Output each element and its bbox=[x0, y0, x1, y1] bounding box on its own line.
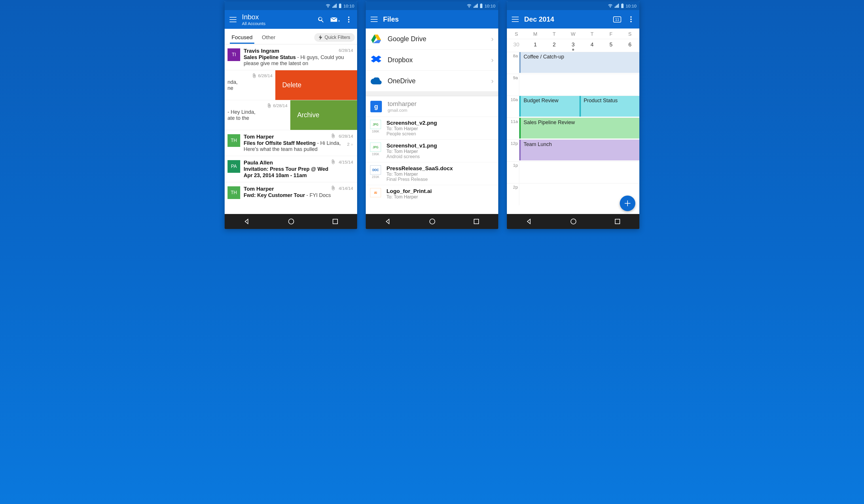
account-row[interactable]: g tomharper gmail.com bbox=[366, 96, 498, 117]
file-to: To: Tom Harper bbox=[386, 172, 494, 177]
hamburger-icon[interactable] bbox=[228, 15, 238, 24]
mail-row[interactable]: TH Tom Harper Files for Offsite Staff Me… bbox=[225, 130, 357, 156]
service-dropbox[interactable]: Dropbox › bbox=[366, 49, 498, 71]
home-icon[interactable] bbox=[288, 218, 295, 225]
phone-mail: 10:10 Inbox All Accounts + Focused Other… bbox=[225, 1, 357, 229]
swipe-delete-label: Delete bbox=[282, 81, 301, 89]
file-name: PressRelease_SaaS.docx bbox=[386, 165, 494, 172]
service-label: Dropbox bbox=[388, 56, 485, 64]
file-item[interactable]: DOC231K PressRelease_SaaS.docxTo: Tom Ha… bbox=[366, 163, 498, 185]
search-icon[interactable] bbox=[316, 15, 326, 24]
compose-icon[interactable]: + bbox=[330, 15, 340, 24]
status-time: 10:10 bbox=[343, 3, 354, 8]
event-coffee[interactable]: Coffee / Catch-up bbox=[519, 52, 639, 73]
battery-icon bbox=[480, 3, 483, 8]
avatar: TH bbox=[228, 134, 240, 147]
svg-rect-0 bbox=[229, 17, 237, 17]
mail-subject-line1: Invitation: Press Tour Prep @ Wed bbox=[244, 166, 328, 172]
calendar-day[interactable]: 5 bbox=[602, 39, 621, 52]
event-pipeline[interactable]: Sales Pipeline Review bbox=[519, 118, 639, 139]
status-time: 10:10 bbox=[484, 3, 495, 8]
recents-icon[interactable] bbox=[473, 218, 480, 225]
mail-row[interactable]: TI Travis Ingram Sales Pipeline Status -… bbox=[225, 44, 357, 70]
quick-filters-button[interactable]: Quick Filters bbox=[314, 33, 355, 42]
svg-point-6 bbox=[348, 21, 350, 23]
calendar-day[interactable]: 3 bbox=[564, 39, 583, 52]
files-title: Files bbox=[383, 15, 495, 23]
calendar-day[interactable]: 1 bbox=[526, 39, 545, 52]
files-list[interactable]: Google Drive › Dropbox › OneDrive › g to… bbox=[366, 28, 498, 214]
calendar-day[interactable]: 30 bbox=[507, 39, 526, 52]
account-domain: gmail.com bbox=[388, 108, 417, 112]
chevron-right-icon: » bbox=[351, 142, 353, 147]
file-item[interactable]: JPG186K Screenshot_v2.pngTo: Tom HarperP… bbox=[366, 117, 498, 140]
android-navbar bbox=[225, 214, 357, 229]
calendar-dow-row: S M T W T F S bbox=[507, 28, 639, 39]
home-icon[interactable] bbox=[570, 218, 577, 225]
today-button[interactable]: 11 bbox=[612, 14, 622, 24]
file-type-icon: DOC bbox=[370, 165, 381, 175]
mail-row[interactable]: TH Tom Harper Fwd: Key Customer Tour - F… bbox=[225, 182, 357, 203]
file-size: 231K bbox=[372, 175, 379, 179]
mail-subject: Files for Offsite Staff Meeting bbox=[244, 140, 316, 146]
svg-rect-14 bbox=[512, 17, 519, 17]
mail-subject: Fwd: Key Customer Tour bbox=[244, 192, 305, 198]
calendar-day[interactable]: 4 bbox=[583, 39, 602, 52]
calendar-date-row: 30 1 2 3 4 5 6 bbox=[507, 39, 639, 52]
mail-row[interactable]: PA Paula Allen Invitation: Press Tour Pr… bbox=[225, 156, 357, 182]
back-icon[interactable] bbox=[243, 218, 250, 225]
calendar-actionbar: Dec 2014 11 bbox=[507, 10, 639, 28]
back-icon[interactable] bbox=[526, 218, 532, 225]
chevron-right-icon: › bbox=[491, 56, 494, 64]
tab-focused[interactable]: Focused bbox=[227, 32, 257, 44]
file-size: 186K bbox=[372, 130, 379, 133]
recents-icon[interactable] bbox=[614, 218, 621, 225]
svg-rect-8 bbox=[333, 219, 337, 224]
dow: M bbox=[526, 28, 545, 39]
account-name: tomharper bbox=[388, 100, 417, 108]
files-actionbar: Files bbox=[366, 10, 498, 28]
swipe-delete-row[interactable]: Delete nda, ne 6/28/14 bbox=[225, 70, 357, 100]
overflow-icon[interactable] bbox=[344, 15, 354, 24]
event-lunch[interactable]: Team Lunch bbox=[519, 140, 639, 160]
service-onedrive[interactable]: OneDrive › bbox=[366, 71, 498, 92]
battery-icon bbox=[339, 3, 341, 8]
quick-filters-label: Quick Filters bbox=[325, 35, 350, 40]
mail-list[interactable]: TI Travis Ingram Sales Pipeline Status -… bbox=[225, 44, 357, 214]
back-icon[interactable] bbox=[384, 218, 392, 225]
event-product[interactable]: Product Status bbox=[579, 96, 640, 117]
tab-other[interactable]: Other bbox=[257, 32, 280, 44]
signal-icon bbox=[615, 4, 619, 8]
event-budget[interactable]: Budget Review bbox=[519, 96, 579, 117]
recents-icon[interactable] bbox=[332, 218, 338, 225]
file-name: Screenshot_v1.png bbox=[386, 143, 494, 149]
file-name: Screenshot_v2.png bbox=[386, 120, 494, 126]
status-bar: 10:10 bbox=[225, 1, 357, 10]
mail-date: 4/15/14 bbox=[339, 159, 353, 165]
service-google-drive[interactable]: Google Drive › bbox=[366, 28, 498, 49]
calendar-day[interactable]: 2 bbox=[544, 39, 564, 52]
mail-preview: - FYI Docs bbox=[305, 192, 331, 198]
swipe-archive-row[interactable]: Archive - Hey Linda, ate to the 6/28/14 bbox=[225, 100, 357, 130]
agenda-view[interactable]: 8a Coffee / Catch-up 9a 10a Budget Revie… bbox=[507, 52, 639, 214]
calendar-day[interactable]: 6 bbox=[620, 39, 639, 52]
fab-add-event[interactable] bbox=[620, 195, 635, 211]
avatar: TH bbox=[228, 186, 240, 199]
hamburger-icon[interactable] bbox=[510, 14, 520, 24]
phone-calendar: 10:10 Dec 2014 11 S M T W T F S 30 1 2 3… bbox=[507, 1, 639, 229]
svg-point-19 bbox=[631, 21, 632, 23]
phone-files: 10:10 Files Google Drive › Dropbox › One… bbox=[366, 1, 498, 229]
google-drive-icon bbox=[370, 33, 382, 45]
svg-rect-13 bbox=[474, 219, 479, 224]
home-icon[interactable] bbox=[429, 218, 436, 225]
file-item[interactable]: AI Logo_for_Print.aiTo: Tom Harper bbox=[366, 185, 498, 203]
chevron-right-icon: › bbox=[491, 76, 494, 85]
service-label: Google Drive bbox=[388, 35, 485, 43]
mail-date: 6/28/14 bbox=[339, 48, 353, 53]
overflow-icon[interactable] bbox=[626, 14, 636, 24]
calendar-title: Dec 2014 bbox=[524, 15, 608, 23]
file-item[interactable]: JPG195K Screenshot_v1.pngTo: Tom HarperA… bbox=[366, 140, 498, 163]
svg-rect-9 bbox=[371, 17, 377, 17]
mail-title: Inbox bbox=[242, 13, 312, 21]
hamburger-icon[interactable] bbox=[369, 14, 379, 24]
